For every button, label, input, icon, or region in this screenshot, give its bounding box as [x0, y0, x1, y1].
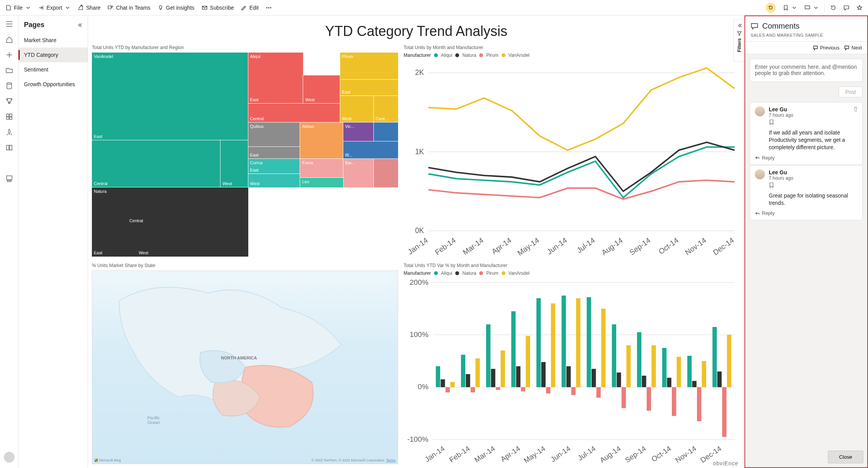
reply-button[interactable]: Reply	[755, 155, 858, 161]
treemap-cell[interactable]: W...	[343, 141, 398, 159]
app-body: Pages Market ShareYTD CategorySentimentG…	[0, 15, 868, 468]
treemap-cell[interactable]: West	[248, 174, 300, 187]
delete-icon[interactable]	[853, 106, 858, 112]
treemap-cell-natura[interactable]: NaturaCentralEastWest	[92, 187, 248, 257]
legend-aliqui[interactable]: Aliqui	[441, 271, 452, 276]
home-icon[interactable]	[5, 36, 13, 43]
edit-button[interactable]: Edit	[238, 3, 262, 12]
learn-icon[interactable]	[5, 144, 13, 151]
legend-vanarsdel[interactable]: VanArsdel	[509, 271, 529, 276]
subscribe-button[interactable]: Subscribe	[198, 3, 237, 12]
svg-rect-98	[702, 361, 706, 387]
bookmark-icon[interactable]	[769, 182, 774, 188]
treemap-cell[interactable]: AliquiEast	[248, 53, 303, 104]
treemap-visual[interactable]: Total Units YTD by Manufacturer and Regi…	[92, 44, 398, 257]
pages-title: Pages	[24, 21, 44, 29]
treemap-cell[interactable]: Vic...	[343, 123, 374, 141]
treemap-cell[interactable]	[374, 123, 398, 141]
page-item-growth-opportunities[interactable]: Growth Opportunities	[19, 77, 88, 92]
file-menu[interactable]: File	[2, 3, 34, 12]
bookmark-icon[interactable]	[769, 119, 774, 125]
database-icon[interactable]	[5, 82, 13, 90]
legend-natura[interactable]: Natura	[462, 53, 476, 58]
filters-label: Filters	[737, 38, 742, 52]
favorite-button[interactable]	[853, 3, 866, 12]
workspace-icon[interactable]	[5, 175, 13, 182]
comment-author: Lee Gu	[769, 169, 793, 175]
treemap-cell[interactable]: Central	[248, 104, 340, 123]
comment-input[interactable]: Enter your comments here, and @mention p…	[750, 59, 863, 82]
svg-rect-62	[687, 356, 692, 387]
svg-rect-6	[805, 6, 810, 9]
menu-icon[interactable]	[5, 20, 13, 28]
svg-text:Jan-14: Jan-14	[423, 444, 446, 464]
treemap-cell[interactable]: Bar...	[343, 159, 374, 187]
chat-teams-button[interactable]: Chat in Teams	[104, 3, 153, 12]
svg-point-7	[7, 83, 12, 84]
treemap-cell[interactable]	[374, 159, 398, 187]
treemap-cell[interactable]: West	[340, 96, 374, 123]
treemap-cell[interactable]: Abbas	[300, 123, 343, 159]
svg-rect-77	[471, 387, 475, 393]
file-label: File	[14, 5, 23, 11]
svg-rect-91	[526, 336, 530, 387]
comments-nav: Previous Next	[745, 41, 867, 54]
file-icon	[5, 5, 12, 11]
legend-pirum[interactable]: Pirum	[486, 271, 498, 276]
trophy-icon[interactable]	[5, 97, 13, 105]
reset-button[interactable]	[763, 1, 779, 14]
collapse-icon[interactable]	[77, 22, 82, 28]
map-visual[interactable]: % Units Market Share by State NORTH AMER…	[92, 262, 398, 464]
close-button[interactable]: Close	[828, 451, 863, 463]
treemap-cell[interactable]: Pirum	[340, 53, 398, 80]
bar-chart-visual[interactable]: Total Units YTD Var % by Month and Manuf…	[403, 262, 741, 464]
svg-text:Aug-14: Aug-14	[600, 236, 624, 257]
treemap-cell[interactable]: West	[220, 140, 248, 187]
treemap-cell[interactable]: East	[248, 147, 300, 159]
treemap-cell[interactable]: Quibus	[248, 123, 300, 147]
page-item-sentiment[interactable]: Sentiment	[19, 62, 88, 77]
page-item-ytd-category[interactable]: YTD Category	[19, 48, 88, 62]
view-dropdown[interactable]	[801, 3, 822, 12]
svg-rect-82	[597, 387, 601, 398]
bookmark-dropdown[interactable]	[780, 3, 800, 12]
filters-pane-toggle[interactable]: Filters	[733, 19, 744, 62]
line-chart-visual[interactable]: Total Units by Month and Manufacturer Ma…	[403, 44, 741, 257]
legend-aliqui[interactable]: Aliqui	[441, 53, 452, 58]
comment-time: 7 hours ago	[769, 175, 793, 181]
treemap-cell[interactable]: Cent...	[374, 96, 398, 123]
svg-text:Feb-14: Feb-14	[448, 444, 471, 464]
treemap-cell[interactable]: Fama	[300, 159, 343, 178]
treemap-cell[interactable]: VanArsdelEast	[92, 53, 248, 140]
map-terms-link[interactable]: Terms	[386, 458, 396, 462]
svg-rect-88	[451, 382, 455, 388]
overflow-menu[interactable]	[263, 3, 275, 12]
plus-icon[interactable]	[5, 51, 13, 59]
user-avatar[interactable]	[4, 452, 15, 463]
comment-prev-icon	[813, 45, 818, 51]
app-icon[interactable]	[5, 113, 13, 121]
mail-icon	[202, 5, 208, 11]
comment-toggle[interactable]	[840, 3, 853, 12]
treemap-cell[interactable]: East	[340, 80, 398, 96]
comments-next[interactable]: Next	[844, 45, 862, 51]
insights-button[interactable]: Get insights	[154, 3, 198, 12]
refresh-button[interactable]	[827, 3, 839, 12]
folder-icon[interactable]	[5, 66, 13, 74]
page-item-market-share[interactable]: Market Share	[19, 33, 88, 48]
export-menu[interactable]: Export	[35, 3, 74, 12]
svg-rect-86	[697, 387, 701, 421]
treemap-cell[interactable]: West	[303, 75, 340, 104]
treemap-cell[interactable]: CurrusEast	[248, 159, 300, 174]
treemap-cell[interactable]: Central	[92, 140, 220, 187]
post-button[interactable]: Post	[839, 87, 863, 97]
reply-button[interactable]: Reply	[755, 210, 858, 216]
treemap-cell[interactable]: Leo	[300, 178, 343, 187]
share-button[interactable]: Share	[75, 3, 103, 12]
legend-vanarsdel[interactable]: VanArsdel	[509, 53, 529, 58]
legend-pirum[interactable]: Pirum	[486, 53, 498, 58]
deploy-icon[interactable]	[5, 128, 13, 136]
comments-previous[interactable]: Previous	[813, 45, 840, 51]
legend-natura[interactable]: Natura	[462, 271, 476, 276]
svg-point-4	[268, 7, 269, 8]
